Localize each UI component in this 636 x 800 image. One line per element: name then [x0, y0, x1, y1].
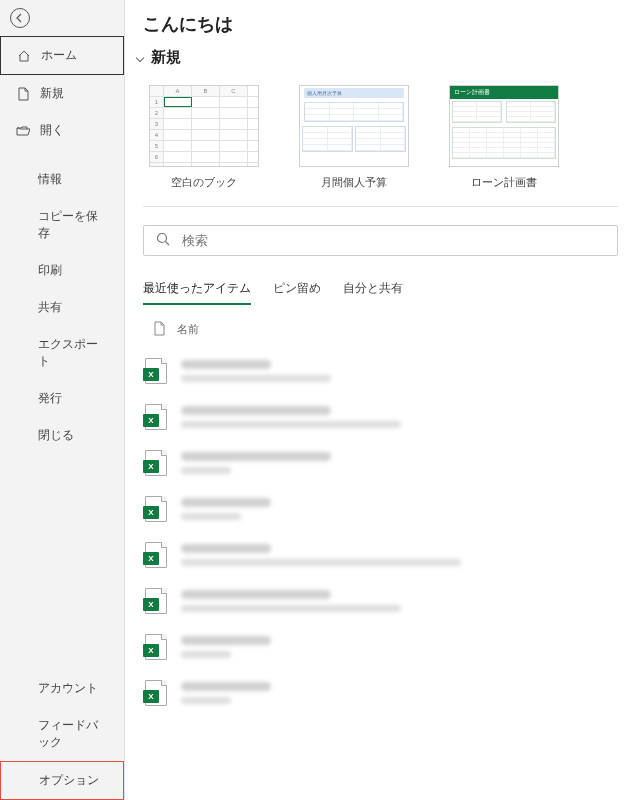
- nav-account-label: アカウント: [38, 680, 98, 697]
- svg-point-0: [158, 234, 167, 243]
- nav-info[interactable]: 情報: [0, 161, 124, 198]
- nav-info-label: 情報: [38, 171, 62, 188]
- nav-print-label: 印刷: [38, 262, 62, 279]
- file-meta: [181, 544, 616, 566]
- nav-save-copy-label: コピーを保存: [38, 208, 108, 242]
- recent-tabs: 最近使ったアイテム ピン留め 自分と共有: [125, 274, 636, 311]
- file-meta: [181, 498, 616, 520]
- excel-file-icon: X: [145, 404, 167, 430]
- nav-export[interactable]: エクスポート: [0, 326, 124, 380]
- file-row[interactable]: X: [125, 670, 636, 716]
- nav-options-label: オプション: [39, 772, 99, 789]
- nav-export-label: エクスポート: [38, 336, 108, 370]
- template-blank-workbook[interactable]: ABC 1 2 3 4 5 6 7 空白のブック: [149, 85, 259, 190]
- excel-file-icon: X: [145, 450, 167, 476]
- recent-file-list: X X X X X X X: [125, 348, 636, 716]
- template-monthly-budget[interactable]: 個人用月次予算 月間個人予算: [299, 85, 409, 190]
- nav-print[interactable]: 印刷: [0, 252, 124, 289]
- folder-open-icon: [16, 124, 30, 138]
- nav-open-label: 開く: [40, 122, 64, 139]
- tab-shared[interactable]: 自分と共有: [343, 274, 403, 305]
- excel-file-icon: X: [145, 680, 167, 706]
- nav-share-label: 共有: [38, 299, 62, 316]
- file-row[interactable]: X: [125, 348, 636, 394]
- nav-feedback-label: フィードバック: [38, 717, 108, 751]
- nav-open[interactable]: 開く: [0, 112, 124, 149]
- template-loan-thumb: ローン計画書: [449, 85, 559, 167]
- section-new-title: 新規: [151, 48, 181, 67]
- file-row[interactable]: X: [125, 578, 636, 624]
- nav-home[interactable]: ホーム: [0, 36, 124, 75]
- search-input[interactable]: [182, 233, 605, 248]
- back-button[interactable]: [0, 0, 124, 36]
- template-loan-header: ローン計画書: [450, 86, 558, 99]
- template-blank-thumb: ABC 1 2 3 4 5 6 7: [149, 85, 259, 167]
- backstage-sidebar: ホーム 新規 開く 情報 コピーを保存 印刷 共有 エクスポート 発行 閉じる …: [0, 0, 125, 800]
- nav-home-label: ホーム: [41, 47, 77, 64]
- chevron-down-icon: [136, 53, 144, 61]
- file-row[interactable]: X: [125, 440, 636, 486]
- file-meta: [181, 682, 616, 704]
- excel-file-icon: X: [145, 496, 167, 522]
- template-budget-header: 個人用月次予算: [304, 88, 404, 98]
- file-row[interactable]: X: [125, 624, 636, 670]
- nav-share[interactable]: 共有: [0, 289, 124, 326]
- excel-file-icon: X: [145, 588, 167, 614]
- file-meta: [181, 360, 616, 382]
- file-row[interactable]: X: [125, 532, 636, 578]
- document-icon: [16, 87, 30, 101]
- home-icon: [17, 49, 31, 63]
- nav-new[interactable]: 新規: [0, 75, 124, 112]
- file-list-header: 名前: [125, 311, 636, 348]
- document-icon: [153, 321, 165, 338]
- tab-recent[interactable]: 最近使ったアイテム: [143, 274, 251, 305]
- nav-close[interactable]: 閉じる: [0, 417, 124, 454]
- template-budget-thumb: 個人用月次予算: [299, 85, 409, 167]
- excel-file-icon: X: [145, 542, 167, 568]
- svg-line-1: [166, 242, 170, 246]
- file-row[interactable]: X: [125, 486, 636, 532]
- template-blank-label: 空白のブック: [171, 175, 237, 190]
- page-title: こんにちは: [125, 12, 636, 42]
- nav-close-label: 閉じる: [38, 427, 74, 444]
- file-row[interactable]: X: [125, 394, 636, 440]
- nav-publish[interactable]: 発行: [0, 380, 124, 417]
- nav-publish-label: 発行: [38, 390, 62, 407]
- file-meta: [181, 590, 616, 612]
- search-icon: [156, 232, 170, 249]
- column-name-header: 名前: [177, 322, 199, 337]
- back-arrow-icon: [10, 8, 30, 28]
- excel-file-icon: X: [145, 634, 167, 660]
- nav-feedback[interactable]: フィードバック: [0, 707, 124, 761]
- excel-file-icon: X: [145, 358, 167, 384]
- template-loan-label: ローン計画書: [471, 175, 537, 190]
- nav-account[interactable]: アカウント: [0, 670, 124, 707]
- nav-new-label: 新規: [40, 85, 64, 102]
- file-meta: [181, 636, 616, 658]
- nav-save-copy[interactable]: コピーを保存: [0, 198, 124, 252]
- main-content: こんにちは 新規 ABC 1 2 3 4 5 6 7 空白のブック: [125, 0, 636, 800]
- tab-pinned[interactable]: ピン留め: [273, 274, 321, 305]
- template-budget-label: 月間個人予算: [321, 175, 387, 190]
- file-meta: [181, 406, 616, 428]
- section-new-header[interactable]: 新規: [125, 42, 636, 73]
- search-box[interactable]: [143, 225, 618, 256]
- templates-row: ABC 1 2 3 4 5 6 7 空白のブック 個人用月次予算: [125, 73, 636, 206]
- template-loan-schedule[interactable]: ローン計画書 ローン計画書: [449, 85, 559, 190]
- file-meta: [181, 452, 616, 474]
- nav-options[interactable]: オプション: [0, 761, 124, 800]
